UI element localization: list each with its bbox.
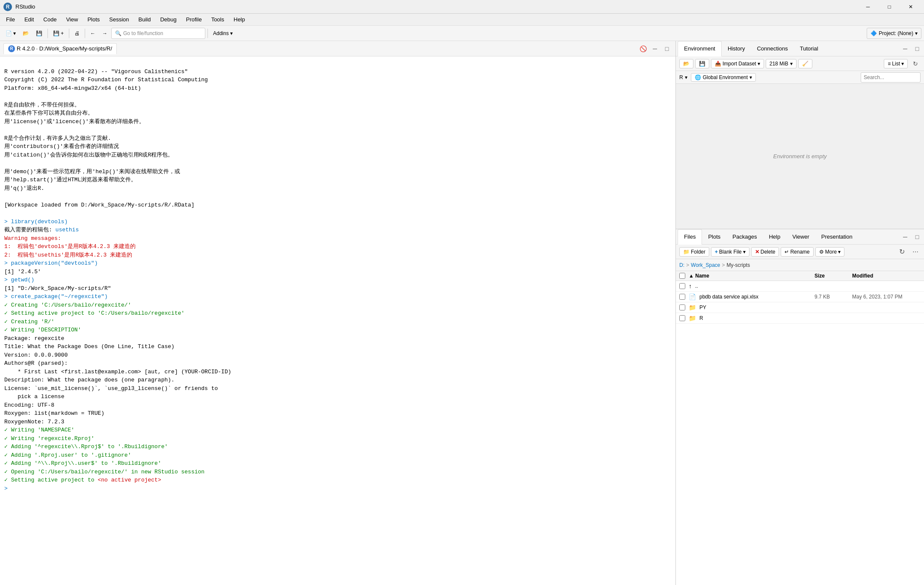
- files-minimize-button[interactable]: ─: [900, 232, 910, 242]
- list-view-button[interactable]: ≡ List ▾: [884, 59, 908, 68]
- tab-environment[interactable]: Environment: [678, 41, 722, 56]
- tab-presentation[interactable]: Presentation: [815, 229, 859, 245]
- env-toolbar: 📂 💾 📥 Import Dataset ▾ 218 MiB ▾ 🧹: [676, 56, 924, 71]
- menu-tools[interactable]: Tools: [207, 15, 228, 24]
- file-row-r[interactable]: 📁 R: [676, 313, 924, 324]
- menu-help[interactable]: Help: [229, 15, 249, 24]
- file-checkbox-up[interactable]: [679, 283, 685, 289]
- more-dropdown-icon: ▾: [838, 249, 841, 255]
- load-workspace-button[interactable]: 📂: [679, 59, 693, 68]
- save-workspace-button[interactable]: 💾: [695, 59, 709, 68]
- open-icon: 📂: [23, 30, 29, 36]
- clear-env-button[interactable]: 🧹: [798, 59, 812, 68]
- files-refresh-button[interactable]: ↻: [897, 247, 907, 257]
- refresh-button[interactable]: ↻: [910, 59, 921, 69]
- addins-label: Addins: [213, 30, 229, 36]
- more-button[interactable]: ⚙ More ▾: [815, 247, 844, 257]
- file-checkbox-py[interactable]: [679, 304, 685, 310]
- file-row-py[interactable]: 📁 PY: [676, 302, 924, 313]
- print-button[interactable]: 🖨: [71, 27, 83, 39]
- header-modified: Modified: [852, 273, 921, 279]
- file-checkbox-xlsx[interactable]: [679, 294, 685, 300]
- tab-plots[interactable]: Plots: [702, 229, 726, 245]
- tab-files-label: Files: [684, 233, 696, 240]
- open-file-button[interactable]: 📂: [20, 27, 32, 39]
- tab-viewer[interactable]: Viewer: [786, 229, 815, 245]
- menu-session[interactable]: Session: [105, 15, 133, 24]
- env-empty-message: Environment is empty: [676, 84, 924, 229]
- breadcrumb-root[interactable]: D:: [679, 262, 684, 268]
- menu-debug[interactable]: Debug: [156, 15, 181, 24]
- console-panel-header: R R 4.2.0 · D:/Work_Space/My-scripts/R/ …: [0, 41, 675, 56]
- tab-history[interactable]: History: [722, 41, 751, 56]
- menu-plots[interactable]: Plots: [83, 15, 104, 24]
- import-dataset-button[interactable]: 📥 Import Dataset ▾: [711, 59, 764, 68]
- new-file-button[interactable]: 📄 ▾: [3, 27, 19, 39]
- blank-file-label: Blank File: [719, 249, 742, 255]
- menu-file[interactable]: File: [2, 15, 19, 24]
- folder-icon: 📁: [683, 249, 690, 255]
- menu-profile[interactable]: Profile: [182, 15, 206, 24]
- list-icon: ≡: [888, 61, 891, 67]
- file-name-up: ..: [695, 283, 811, 289]
- tab-help[interactable]: Help: [763, 229, 786, 245]
- toolbar: 📄 ▾ 📂 💾 💾 + 🖨 ← → 🔍 Go to file/function …: [0, 26, 924, 41]
- console-content[interactable]: R version 4.2.0 (2022-04-22) -- "Vigorou…: [0, 56, 675, 585]
- env-tab-actions: ─ □: [900, 44, 922, 54]
- clear-console-button[interactable]: 🚫: [638, 44, 648, 54]
- files-options-button[interactable]: ⋯: [910, 247, 921, 257]
- go-to-file-input[interactable]: 🔍 Go to file/function: [111, 28, 205, 39]
- file-row-xlsx[interactable]: 📄 pbdb data service api.xlsx 9.7 KB May …: [676, 292, 924, 302]
- file-row-up[interactable]: ↑ ..: [676, 281, 924, 292]
- save-button[interactable]: 💾: [33, 27, 45, 39]
- go-back-button[interactable]: ←: [87, 27, 98, 39]
- up-arrow-icon: ↑: [689, 283, 692, 290]
- save-all-button[interactable]: 💾 +: [50, 27, 67, 39]
- rename-icon: ↵: [785, 249, 789, 255]
- addins-button[interactable]: Addins ▾: [210, 27, 236, 39]
- console-minimize-button[interactable]: ─: [650, 44, 660, 54]
- tab-packages[interactable]: Packages: [726, 229, 763, 245]
- tab-tutorial[interactable]: Tutorial: [794, 41, 824, 56]
- close-button[interactable]: ✕: [901, 0, 921, 14]
- right-panel: Environment History Connections Tutorial…: [676, 41, 924, 585]
- go-forward-icon: →: [102, 30, 107, 36]
- file-checkbox-r[interactable]: [679, 315, 685, 321]
- menu-build[interactable]: Build: [134, 15, 155, 24]
- breadcrumb: D: > Work_Space > My-scripts: [676, 259, 924, 271]
- tab-connections[interactable]: Connections: [751, 41, 794, 56]
- rename-button[interactable]: ↵ Rename: [781, 247, 813, 257]
- file-size-xlsx: 9.7 KB: [814, 294, 849, 300]
- env-minimize-button[interactable]: ─: [900, 44, 910, 54]
- menu-edit[interactable]: Edit: [20, 15, 38, 24]
- go-forward-button[interactable]: →: [99, 27, 110, 39]
- breadcrumb-workspace[interactable]: Work_Space: [691, 262, 720, 268]
- minimize-button[interactable]: ─: [858, 0, 878, 14]
- project-selector[interactable]: 🔷 Project: (None) ▾: [867, 28, 921, 39]
- env-maximize-button[interactable]: □: [912, 44, 922, 54]
- console-line: R version 4.2.0 (2022-04-22) -- "Vigorou…: [4, 68, 208, 208]
- gear-icon: ⚙: [819, 249, 824, 255]
- select-all-checkbox[interactable]: [679, 273, 685, 279]
- console-create-output: ✓ Creating 'C:/Users/bailo/regexcite/' ✓…: [4, 302, 184, 334]
- global-env-selector[interactable]: 🌐 Global Environment ▾: [691, 73, 756, 82]
- console-maximize-button[interactable]: □: [662, 44, 672, 54]
- memory-dropdown-icon: ▾: [790, 61, 793, 67]
- file-name-py: PY: [699, 304, 811, 310]
- env-search-input[interactable]: [861, 72, 921, 83]
- delete-button[interactable]: ✕ Delete: [751, 247, 779, 257]
- console-tab[interactable]: R R 4.2.0 · D:/Work_Space/My-scripts/R/: [3, 43, 117, 54]
- r-env-label: R: [679, 74, 683, 80]
- project-icon: 🔷: [871, 30, 877, 36]
- folder-icon-py: 📁: [689, 304, 696, 311]
- new-folder-button[interactable]: 📁 Folder: [679, 247, 709, 257]
- files-maximize-button[interactable]: □: [912, 232, 922, 242]
- left-panel: R R 4.2.0 · D:/Work_Space/My-scripts/R/ …: [0, 41, 676, 585]
- tab-viewer-label: Viewer: [792, 233, 809, 240]
- file-date-xlsx: May 6, 2023, 1:07 PM: [852, 294, 921, 300]
- menu-code[interactable]: Code: [39, 15, 61, 24]
- blank-file-button[interactable]: + Blank File ▾: [711, 247, 749, 257]
- maximize-button[interactable]: □: [880, 0, 899, 14]
- menu-view[interactable]: View: [62, 15, 82, 24]
- tab-files[interactable]: Files: [678, 229, 702, 245]
